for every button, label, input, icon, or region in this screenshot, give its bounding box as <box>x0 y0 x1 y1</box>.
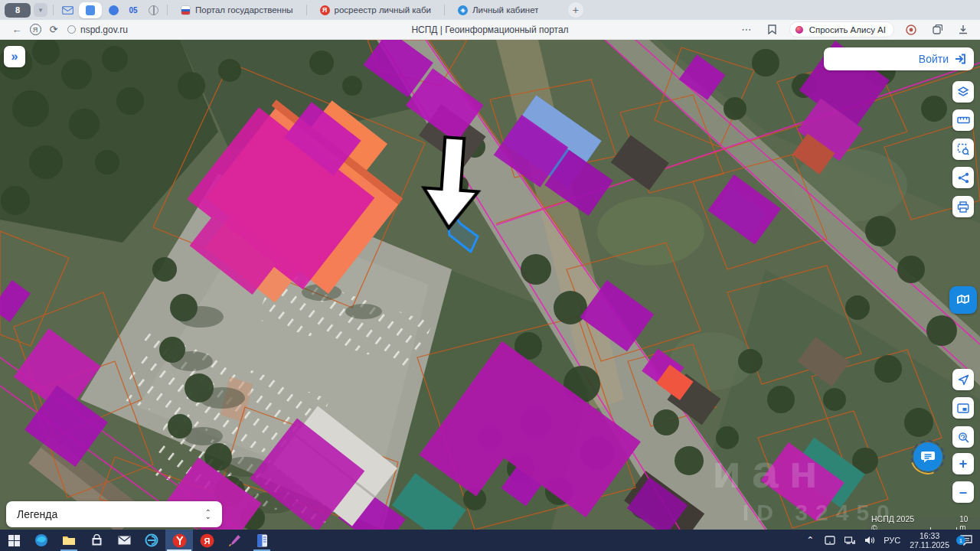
browser-tab-strip: 8 ▾ 05 Портал государственны Я росреестр… <box>0 0 980 20</box>
login-panel[interactable]: Войти <box>824 47 974 70</box>
pinned-blue-dot-icon[interactable] <box>105 2 122 18</box>
overview-map-button[interactable] <box>952 397 974 419</box>
taskbar-office-doc[interactable] <box>248 530 276 551</box>
notification-badge: 1 <box>956 536 965 545</box>
geolocation-button[interactable] <box>952 369 974 390</box>
taskbar-explorer[interactable] <box>55 530 83 551</box>
tab-title: Портал государственны <box>195 5 293 15</box>
more-menu-button[interactable]: ⋯ <box>737 21 756 38</box>
tray-expand-icon[interactable]: ⌃ <box>801 535 819 546</box>
divider <box>167 5 168 15</box>
screen: 8 ▾ 05 Портал государственны Я росреестр… <box>0 0 980 551</box>
action-center-button[interactable]: 1 <box>956 535 977 546</box>
scale-label: 10 m <box>959 515 975 530</box>
yandex-icon: Я <box>200 533 214 548</box>
language-indicator[interactable]: РУС <box>880 536 903 545</box>
location-arrow-icon <box>958 374 969 386</box>
site-security-icon <box>67 25 76 34</box>
reload-button[interactable]: ⟳ <box>44 21 63 38</box>
globe-icon[interactable] <box>145 2 162 18</box>
downloads-icon[interactable] <box>954 21 972 38</box>
taskbar-store[interactable] <box>83 530 110 551</box>
legend-label: Легенда <box>17 508 57 520</box>
printer-icon <box>957 201 969 213</box>
layers-button[interactable] <box>952 81 974 103</box>
measure-button[interactable] <box>952 109 974 131</box>
bookmark-icon[interactable] <box>763 21 782 38</box>
store-bag-icon <box>91 534 103 546</box>
word-doc-icon <box>256 534 268 547</box>
new-tab-button[interactable]: + <box>568 2 583 18</box>
divider <box>444 5 445 15</box>
url-text: nspd.gov.ru <box>80 24 128 35</box>
nspd-tool-button[interactable] <box>949 286 977 314</box>
network-icon[interactable] <box>841 536 859 545</box>
browser-toolbar: ← Я ⟳ nspd.gov.ru НСПД | Геоинформационн… <box>0 20 980 40</box>
taskbar-paint3d[interactable] <box>220 530 248 551</box>
ask-alice-button[interactable]: Спросить Алису AI <box>789 21 894 37</box>
protect-icon[interactable] <box>902 21 920 38</box>
area-search-button[interactable] <box>952 139 974 160</box>
chat-bubble-icon <box>920 450 936 464</box>
mail-envelope-icon <box>118 536 131 545</box>
scale-bar: 10 m <box>930 515 975 530</box>
map-logo-icon <box>956 292 971 308</box>
share-button[interactable] <box>952 167 974 188</box>
tab-lichny-kabinet[interactable]: ◈ Личный кабинет <box>450 2 565 18</box>
rosreestr-favicon: Я <box>320 5 330 15</box>
taskbar-yandex-browser[interactable] <box>165 530 193 551</box>
tray-tablet-icon[interactable] <box>821 536 839 545</box>
profile-chevron-icon[interactable]: ▾ <box>34 3 47 17</box>
profile-label: 8 <box>15 5 20 15</box>
taskbar-internet-explorer[interactable] <box>138 530 165 551</box>
back-button[interactable]: ← <box>8 21 26 38</box>
windows-icon <box>8 535 20 546</box>
windows-taskbar: Я ⌃ РУС 16:33 27.11.2025 <box>0 530 980 551</box>
taskbar-edge[interactable] <box>28 530 55 551</box>
paint-brush-icon <box>228 534 241 547</box>
profile-chip[interactable]: 8 <box>5 3 31 18</box>
folder-icon <box>62 535 76 546</box>
tab-rosreestr[interactable]: Я росреестр личный каби <box>312 2 439 18</box>
date: 27.11.2025 <box>910 540 949 549</box>
expand-sidebar-button[interactable]: » <box>4 46 25 67</box>
yandex-browser-icon <box>172 533 187 548</box>
ruler-icon <box>957 116 970 125</box>
pinned-tab-active[interactable] <box>79 2 102 18</box>
search-coordinates-button[interactable] <box>952 426 974 448</box>
divider <box>53 5 54 15</box>
clock[interactable]: 16:33 27.11.2025 <box>905 531 954 549</box>
alice-icon <box>794 24 805 35</box>
volume-icon[interactable] <box>861 536 879 545</box>
svg-text:Я: Я <box>204 536 210 545</box>
system-tray: ⌃ РУС 16:33 27.11.2025 1 <box>801 530 980 551</box>
legend-panel[interactable]: Легенда ⌃⌄ <box>6 501 222 527</box>
legend-toggle-icon[interactable]: ⌃⌄ <box>205 510 211 518</box>
collections-icon[interactable] <box>928 21 946 38</box>
taskbar-mail[interactable] <box>110 530 138 551</box>
map-attribution: НСПД 2025 © 10 m <box>867 517 980 529</box>
zoom-in-button[interactable]: + <box>952 453 974 474</box>
satellite-map <box>0 40 980 530</box>
tab-gosuslugi[interactable]: Портал государственны <box>173 2 301 18</box>
mail-icon[interactable] <box>59 2 76 18</box>
document-icon <box>86 5 95 15</box>
address-bar[interactable]: nspd.gov.ru <box>67 24 320 35</box>
edge-icon <box>34 533 48 547</box>
taskbar-yandex[interactable]: Я <box>193 530 220 551</box>
map-viewport[interactable]: иан ID 32450 » Войти <box>0 40 980 530</box>
divider <box>306 5 307 15</box>
nspd-favicon: ◈ <box>458 5 468 15</box>
magnifier-refresh-icon <box>958 432 969 443</box>
russian-flag-icon <box>181 5 191 15</box>
chat-widget-button[interactable] <box>911 440 945 474</box>
alice-label: Спросить Алису AI <box>809 25 886 34</box>
zoom-out-button[interactable]: – <box>952 481 974 503</box>
yandex-home-button[interactable]: Я <box>26 21 44 38</box>
start-button[interactable] <box>0 530 28 551</box>
login-label: Войти <box>919 53 949 65</box>
pinned-badge-05[interactable]: 05 <box>125 2 142 18</box>
tab-title: росреестр личный каби <box>335 5 431 15</box>
share-icon <box>958 172 969 184</box>
print-button[interactable] <box>952 196 974 217</box>
